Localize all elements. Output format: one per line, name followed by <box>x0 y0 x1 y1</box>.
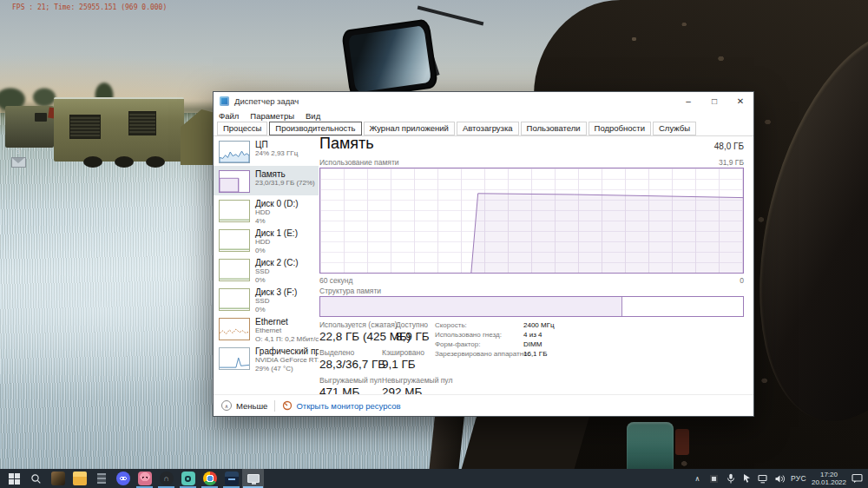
taskbar-app-chrome[interactable] <box>199 469 220 488</box>
memory-stats: Используется (сжатая) 22,8 ГБ (425 МБ) Д… <box>319 320 452 404</box>
tray-cursor-button[interactable] <box>741 472 753 485</box>
divider <box>274 400 275 412</box>
stat-label: Доступно <box>396 320 430 329</box>
stat-label: Используется (сжатая) <box>319 320 396 329</box>
trailer-wheel <box>115 156 134 168</box>
detail-value: 4 из 4 <box>523 330 542 340</box>
taskbar-clock[interactable]: 17:20 20.01.2022 <box>812 471 846 486</box>
trailer-wheel <box>146 156 165 168</box>
military-trailer <box>54 97 184 162</box>
memory-composition-used <box>320 297 622 316</box>
stat-value: 28,3/36,7 ГБ <box>319 358 382 371</box>
search-button[interactable] <box>25 469 47 488</box>
taskbar-app-octopus[interactable] <box>134 469 155 488</box>
task-manager-window: Диспетчер задач – □ ✕ Файл Параметры Вид… <box>213 91 754 417</box>
disk-mini-graph-icon <box>219 288 250 311</box>
clock-time: 17:20 <box>820 471 838 478</box>
action-center-icon <box>852 473 863 484</box>
action-center-button[interactable] <box>852 472 863 485</box>
trailer-vent <box>69 115 101 139</box>
tab-details[interactable]: Подробности <box>589 122 651 135</box>
stat-value: 9,1 ГБ <box>382 358 424 371</box>
tray-network-button[interactable] <box>758 472 769 485</box>
menu-options[interactable]: Параметры <box>250 111 294 121</box>
file-explorer-icon <box>73 472 87 485</box>
sidebar-item-cpu[interactable]: ЦП 24% 2,93 ГГц <box>214 136 319 166</box>
minimize-icon: – <box>686 96 691 106</box>
chart-x-axis-left: 60 секунд <box>319 276 353 285</box>
task-manager-app-icon <box>220 96 229 106</box>
tab-app-history[interactable]: Журнал приложений <box>364 122 455 135</box>
maximize-button[interactable]: □ <box>701 92 727 109</box>
page-title: Память <box>319 135 374 153</box>
maximize-icon: □ <box>712 96 717 106</box>
menu-file[interactable]: Файл <box>219 111 239 121</box>
menubar: Файл Параметры Вид <box>214 109 753 122</box>
tray-volume-button[interactable] <box>774 472 786 485</box>
screen: FPS : 21; Time: 25955.151 (969 0.000) 3 … <box>0 0 868 488</box>
tab-services[interactable]: Службы <box>653 122 696 135</box>
open-resource-monitor-link[interactable]: Открыть монитор ресурсов <box>296 401 400 411</box>
octopus-app-icon <box>138 472 152 485</box>
minimize-button[interactable]: – <box>675 92 701 109</box>
close-button[interactable]: ✕ <box>727 92 753 109</box>
detail-label: Зарезервировано аппаратно: <box>435 349 523 359</box>
stat-label: Кэшировано <box>382 348 424 357</box>
tab-users[interactable]: Пользователи <box>521 122 587 135</box>
taskbar-app-file-explorer[interactable] <box>69 469 90 488</box>
envelope-icon <box>11 157 26 168</box>
fewer-details-button[interactable]: Меньше <box>236 401 267 411</box>
medal-app-icon <box>181 472 195 485</box>
headset-app-icon: ∩ <box>160 472 174 485</box>
tab-performance[interactable]: Производительность <box>269 122 361 135</box>
microphone-icon <box>727 473 735 485</box>
network-monitor-icon <box>758 474 769 484</box>
taskbar-app-discord[interactable] <box>112 469 134 488</box>
detail-label: Форм-фактор: <box>435 340 523 349</box>
sidebar-item-disk1[interactable]: Диск 1 (E:) HDD 0% <box>214 225 319 254</box>
taskmanager-footer: ∧ Меньше Открыть монитор ресурсов <box>214 394 753 416</box>
sidebar-item-disk3[interactable]: Диск 3 (F:) SSD 0% <box>214 284 319 313</box>
taskbar: ∩ ∧ <box>0 469 868 488</box>
memory-panel: Память 48,0 ГБ Использование памяти 31,9… <box>319 136 744 396</box>
taskbar-app-headset[interactable]: ∩ <box>155 469 177 488</box>
tray-app-button[interactable] <box>708 472 720 485</box>
tabbar: Процессы Производительность Журнал прило… <box>214 122 753 136</box>
usage-chart-max: 31,9 ГБ <box>719 158 744 167</box>
detail-value: DIMM <box>523 340 542 349</box>
detail-label: Использовано гнезд: <box>435 330 523 340</box>
mail-badge-count: 3 <box>5 148 31 155</box>
game-mail-hud: 3 <box>5 148 31 171</box>
taskbar-app-task-manager[interactable] <box>242 469 264 488</box>
taskbar-app-server-list[interactable] <box>90 469 112 488</box>
tray-microphone-button[interactable] <box>725 472 736 485</box>
sidebar-item-gpu[interactable]: Графический про NVIDIA GeForce RTX 208 2… <box>214 343 319 373</box>
tray-expand-button[interactable]: ∧ <box>692 472 703 485</box>
trailer-vent <box>128 111 156 135</box>
sidebar-item-memory[interactable]: Память 23,0/31,9 ГБ (72%) <box>214 166 319 195</box>
sidebar-item-disk2[interactable]: Диск 2 (C:) SSD 0% <box>214 254 319 284</box>
memory-total-capacity: 48,0 ГБ <box>714 142 744 151</box>
sidebar-item-disk0[interactable]: Диск 0 (D:) HDD 4% <box>214 195 319 225</box>
detail-label: Скорость: <box>435 320 523 330</box>
truck-window <box>35 113 47 122</box>
red-machine-part <box>675 429 689 455</box>
menu-view[interactable]: Вид <box>306 111 320 121</box>
taskbar-app-medal[interactable] <box>177 469 199 488</box>
tab-processes[interactable]: Процессы <box>217 122 267 135</box>
titlebar[interactable]: Диспетчер задач – □ ✕ <box>214 92 753 109</box>
ethernet-mini-graph-icon <box>219 318 250 340</box>
stat-label: Невыгружаемый пул <box>382 376 452 385</box>
language-indicator[interactable]: РУС <box>791 474 806 483</box>
chevron-up-icon: ∧ <box>221 400 232 411</box>
composition-label: Структура памяти <box>319 287 381 295</box>
tab-startup[interactable]: Автозагрузка <box>457 122 519 135</box>
start-button[interactable] <box>3 469 25 488</box>
memory-hardware-details: Скорость:2400 МГц Использовано гнезд:4 и… <box>435 320 555 359</box>
taskbar-app-bsg-launcher[interactable] <box>220 469 242 488</box>
taskbar-app-game-launcher[interactable] <box>47 469 69 488</box>
stat-value: 22,8 ГБ (425 МБ) <box>319 330 396 343</box>
sidebar-item-ethernet[interactable]: Ethernet Ethernet О: 4,1 П: 0,2 Мбит/с <box>214 313 319 343</box>
memory-usage-area <box>471 194 743 273</box>
chevron-up-icon: ∧ <box>695 475 700 483</box>
